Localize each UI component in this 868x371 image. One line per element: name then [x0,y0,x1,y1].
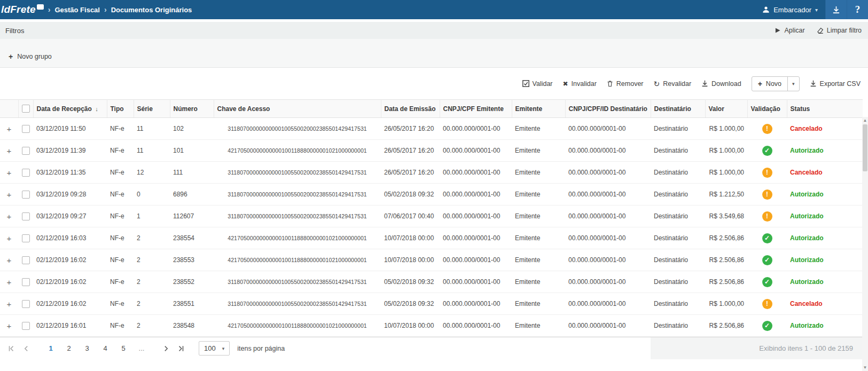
row-checkbox[interactable] [22,300,30,308]
vertical-scrollbar[interactable]: ▲ ▼ [862,117,868,371]
table-row[interactable]: + 03/12/2019 11:50 NF-e 11 102 311807000… [0,118,863,140]
validation-warning-icon: ! [762,299,772,309]
page-button-2[interactable]: 2 [62,342,76,354]
page-button-3[interactable]: 3 [80,342,94,354]
row-checkbox[interactable] [22,147,30,155]
page-button-1[interactable]: 1 [44,342,58,354]
expand-row-icon[interactable]: + [5,190,13,199]
expand-row-icon[interactable]: + [5,212,13,221]
pager-summary: Exibindo itens 1 - 100 de 2159 [651,337,863,359]
scrollbar-thumb[interactable] [863,124,867,171]
grid-toolbar: Validar ✖ Invalidar Remover ↻ Revalidar … [0,68,868,99]
user-menu-label: Embarcador [773,6,811,14]
help-button[interactable]: ? [847,0,868,19]
expand-row-icon[interactable]: + [5,256,13,265]
validation-ok-icon: ✓ [762,321,772,331]
remove-button[interactable]: Remover [607,80,644,88]
expand-row-icon[interactable]: + [5,234,13,243]
expand-row-icon[interactable]: + [5,124,13,133]
new-document-dropdown-button[interactable]: ▾ [787,77,799,91]
header-emitente[interactable]: Emitente [512,100,565,118]
app-logo[interactable]: ldFrete [1,4,44,15]
header-status[interactable]: Status [787,100,863,118]
cell-expand: + [0,206,18,227]
expand-row-icon[interactable]: + [5,278,13,287]
cell-data-emissao: 10/07/2018 00:00 [381,315,440,337]
header-data-recepcao[interactable]: Data de Recepção ↓ [33,100,107,118]
cell-cnpj-emitente: 00.000.000/0001-00 [440,118,512,140]
last-page-button[interactable] [174,342,188,356]
page-size-select[interactable]: 100 ▾ [199,341,230,356]
page-button-4[interactable]: 4 [98,342,112,354]
validation-warning-icon: ! [762,168,772,178]
header-cnpj-emitente[interactable]: CNPJ/CPF Emitente [440,100,512,118]
revalidate-button[interactable]: ↻ Revalidar [654,80,692,88]
next-page-button[interactable] [159,342,173,356]
header-validacao[interactable]: Validação [747,100,787,118]
row-checkbox[interactable] [22,234,30,242]
header-valor[interactable]: Valor [705,100,747,118]
table-row[interactable]: + 03/12/2019 11:39 NF-e 11 101 421705000… [0,140,863,162]
row-checkbox[interactable] [22,191,30,199]
cell-chave-acesso: 4217050000000000010011888000000102100000… [214,249,381,271]
cell-cnpj-emitente: 00.000.000/0001-00 [440,271,512,293]
table-row[interactable]: + 03/12/2019 11:35 NF-e 12 111 311807000… [0,162,863,184]
expand-row-icon[interactable]: + [5,146,13,155]
expand-row-icon[interactable]: + [5,168,13,177]
page-button-5[interactable]: 5 [116,342,130,354]
validation-warning-icon: ! [762,124,772,134]
cell-validacao: ✓ [747,271,787,293]
invalidate-button[interactable]: ✖ Invalidar [563,80,597,88]
header-tipo[interactable]: Tipo [107,100,134,118]
header-numero[interactable]: Número [170,100,214,118]
cell-data-emissao: 26/05/2017 16:20 [381,140,440,162]
header-chave-acesso[interactable]: Chave de Acesso [214,100,381,118]
new-document-label: Novo [766,80,781,88]
cell-valor: R$ 1.000,00 [705,118,747,140]
cell-data-emissao: 10/07/2018 00:00 [381,249,440,271]
download-button[interactable] [825,0,847,19]
export-csv-button[interactable]: Exportar CSV [810,80,861,88]
clear-filter-button[interactable]: Limpar filtro [817,27,862,34]
row-checkbox[interactable] [22,125,30,133]
expand-row-icon[interactable]: + [5,299,13,309]
table-row[interactable]: + 02/12/2019 16:01 NF-e 2 238548 4217050… [0,315,863,337]
cell-valor: R$ 1.000,00 [705,293,747,315]
table-row[interactable]: + 03/12/2019 09:28 NF-e 0 6896 311807000… [0,184,863,206]
header-data-emissao[interactable]: Data de Emissão [381,100,440,118]
header-destinatario[interactable]: Destinatário [651,100,705,118]
download-csv-button[interactable]: Download [701,80,741,88]
row-checkbox[interactable] [22,322,30,330]
expand-row-icon[interactable]: + [5,321,13,330]
breadcrumb-gestao-fiscal[interactable]: Gestão Fiscal [54,6,100,14]
header-serie[interactable]: Série [134,100,170,118]
row-checkbox[interactable] [22,212,30,220]
user-menu[interactable]: Embarcador ▾ [755,0,825,19]
invalidate-label: Invalidar [572,80,597,88]
new-group-button[interactable]: + Novo grupo [9,52,52,61]
header-cnpj-destinatario[interactable]: CNPJ/CPF/ID Destinatário [565,100,651,118]
row-checkbox[interactable] [22,278,30,286]
row-checkbox[interactable] [22,256,30,264]
breadcrumb-documentos-originarios[interactable]: Documentos Originários [111,6,192,14]
scroll-down-icon[interactable]: ▼ [862,364,868,371]
new-document-button[interactable]: + Novo [752,77,787,91]
table-row[interactable]: + 03/12/2019 09:27 NF-e 1 112607 3118070… [0,206,863,227]
prev-page-button[interactable] [19,342,33,356]
validation-ok-icon: ✓ [762,255,772,265]
first-page-button[interactable] [4,342,18,356]
apply-filter-button[interactable]: Aplicar [775,27,804,34]
table-row[interactable]: + 02/12/2019 16:03 NF-e 2 238554 4217050… [0,227,863,249]
scroll-up-icon[interactable]: ▲ [862,117,868,124]
validate-button[interactable]: Validar [522,80,553,88]
cell-status: Autorizado [787,140,863,162]
select-all-checkbox[interactable] [22,105,30,113]
cell-status: Cancelado [787,293,863,315]
table-row[interactable]: + 02/12/2019 16:02 NF-e 2 238552 3118070… [0,271,863,293]
row-checkbox[interactable] [22,169,30,177]
cell-valor: R$ 2.506,86 [705,249,747,271]
table-row[interactable]: + 02/12/2019 16:02 NF-e 2 238553 4217050… [0,249,863,271]
table-row[interactable]: + 02/12/2019 16:02 NF-e 2 238551 3118070… [0,293,863,315]
cell-destinatario: Destinatário [651,206,705,227]
cell-cnpj-destinatario: 00.000.000/0001-00 [565,140,651,162]
